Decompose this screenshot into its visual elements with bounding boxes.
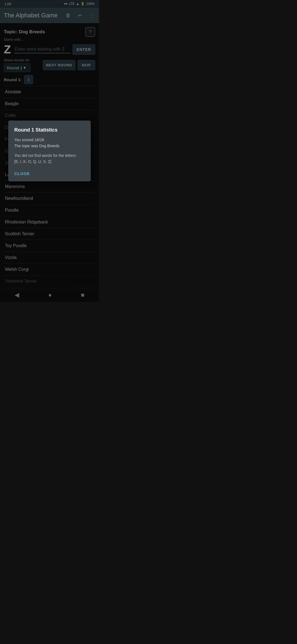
dialog-missed: You did not find words for the letters: … — [14, 152, 85, 165]
score-text: You scored 18/26 — [14, 138, 44, 142]
close-button[interactable]: CLOSE — [14, 170, 30, 177]
dialog-score: You scored 18/26 The topic was Dog Breed… — [14, 137, 85, 149]
dialog-overlay: Round 1 Statistics You scored 18/26 The … — [0, 0, 99, 302]
missed-label: You did not find words for the letters: — [14, 153, 77, 158]
missed-letters: [E, I, K, O, Q, U, X, Z] — [14, 159, 51, 164]
topic-text: The topic was Dog Breeds — [14, 144, 59, 148]
dialog-title: Round 1 Statistics — [14, 127, 85, 133]
statistics-dialog: Round 1 Statistics You scored 18/26 The … — [8, 121, 91, 182]
